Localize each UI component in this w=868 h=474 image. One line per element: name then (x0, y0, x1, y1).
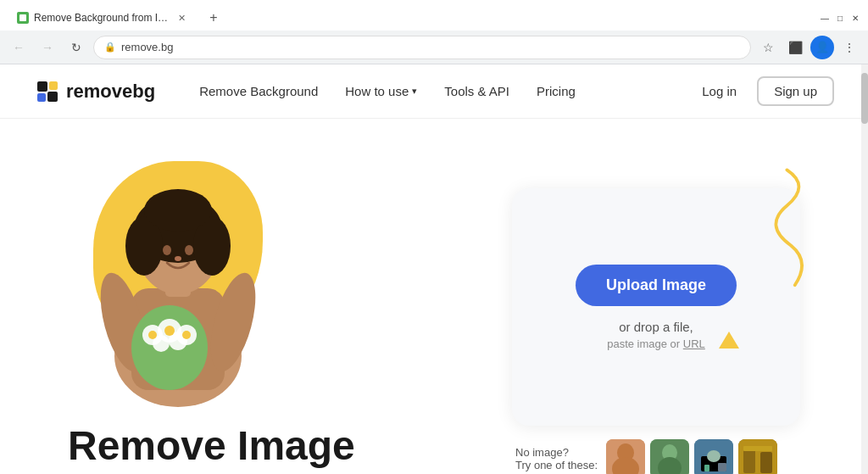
hero-image-wrapper (68, 153, 288, 407)
address-url: remove.bg (121, 41, 740, 53)
svg-rect-35 (704, 465, 709, 471)
svg-point-16 (182, 331, 191, 339)
signup-button[interactable]: Sign up (757, 76, 834, 106)
hero-left: Remove Image Background 100% Automatical… (68, 136, 495, 474)
close-btn[interactable]: ✕ (849, 12, 861, 24)
svg-rect-3 (47, 92, 58, 102)
nav-remove-background[interactable]: Remove Background (189, 77, 328, 105)
sample-thumb-4[interactable] (738, 439, 777, 474)
back-btn[interactable]: ← (7, 36, 31, 59)
svg-rect-40 (743, 446, 772, 451)
deco-triangle (719, 332, 739, 349)
header-actions: Log in Sign up (692, 76, 834, 106)
svg-rect-38 (743, 448, 755, 473)
sample-thumb-3[interactable] (694, 439, 733, 474)
login-button[interactable]: Log in (692, 77, 747, 105)
profile-icon[interactable]: 👤 (810, 36, 834, 59)
svg-point-23 (163, 245, 171, 255)
forward-btn[interactable]: → (36, 36, 59, 59)
minimize-btn[interactable]: — (819, 12, 831, 24)
svg-point-14 (148, 331, 157, 339)
new-tab-btn[interactable]: + (202, 6, 225, 30)
url-link[interactable]: URL (683, 337, 705, 350)
refresh-btn[interactable]: ↻ (64, 36, 88, 59)
svg-rect-0 (37, 81, 47, 92)
svg-point-24 (185, 245, 193, 255)
site-header: removebg Remove Background How to use ▾ … (0, 64, 868, 119)
drop-text: or drop a file, (619, 320, 693, 334)
tab-title: Remove Background from Ima… (34, 12, 170, 24)
svg-point-8 (131, 305, 208, 390)
address-lock-icon: 🔒 (104, 42, 116, 53)
site-logo[interactable]: removebg (34, 78, 155, 105)
upload-image-button[interactable]: Upload Image (576, 265, 737, 306)
nav-tools-api[interactable]: Tools & API (434, 77, 520, 105)
nav-right-icons: ☆ ⬛ 👤 ⋮ (756, 36, 861, 59)
bookmark-icon[interactable]: ☆ (756, 36, 780, 59)
nav-bar: ← → ↻ 🔒 remove.bg ☆ ⬛ 👤 ⋮ (0, 31, 868, 64)
samples-label: No image? Try one of these: (515, 446, 598, 471)
tab-close-btn[interactable]: ✕ (175, 11, 188, 25)
svg-marker-41 (719, 332, 739, 349)
maximize-btn[interactable]: □ (834, 12, 846, 24)
sample-thumbnails (606, 439, 777, 474)
nav-how-to-use[interactable]: How to use ▾ (335, 77, 427, 105)
svg-point-15 (164, 326, 175, 336)
svg-rect-1 (49, 81, 58, 90)
svg-point-25 (175, 256, 181, 261)
svg-point-22 (144, 189, 212, 231)
deco-squiggle (737, 162, 821, 289)
active-tab[interactable]: Remove Background from Ima… ✕ (7, 5, 198, 31)
logo-icon (34, 78, 61, 105)
nav-pricing[interactable]: Pricing (526, 77, 586, 105)
title-bar: Remove Background from Ima… ✕ + — □ ✕ (0, 0, 868, 31)
chrome-menu-icon[interactable]: ⋮ (837, 36, 861, 59)
sample-thumb-2[interactable] (650, 439, 689, 474)
hero-title: Remove Image Background (68, 424, 495, 474)
site-nav: Remove Background How to use ▾ Tools & A… (189, 77, 692, 105)
scrollbar[interactable] (861, 64, 868, 474)
svg-rect-39 (760, 452, 772, 473)
hero-person-image (85, 153, 271, 407)
extensions-icon[interactable]: ⬛ (783, 36, 807, 59)
how-to-use-chevron: ▾ (412, 86, 417, 97)
svg-point-34 (707, 450, 721, 462)
address-bar[interactable]: 🔒 remove.bg (93, 36, 751, 59)
browser-chrome: Remove Background from Ima… ✕ + — □ ✕ ← … (0, 0, 868, 64)
tab-favicon (17, 12, 29, 24)
drop-sub-text: paste image or URL (607, 337, 705, 350)
scrollbar-thumb[interactable] (861, 73, 868, 124)
samples-row: No image? Try one of these: (512, 439, 800, 474)
page-content: removebg Remove Background How to use ▾ … (0, 64, 868, 474)
svg-rect-36 (718, 463, 726, 471)
sample-thumb-1[interactable] (606, 439, 645, 474)
logo-text: removebg (66, 81, 155, 103)
svg-rect-2 (37, 93, 46, 102)
window-controls: — □ ✕ (819, 12, 861, 24)
